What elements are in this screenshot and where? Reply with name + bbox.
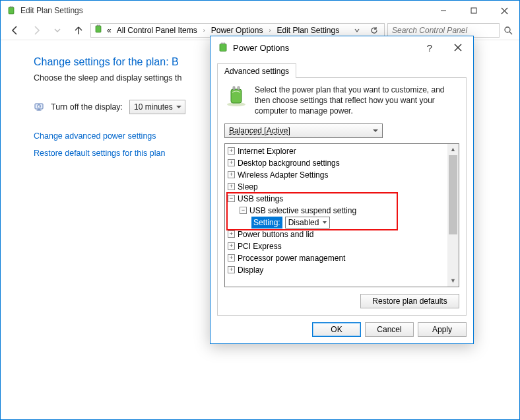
refresh-icon[interactable] [367,26,381,34]
restore-plan-defaults-button[interactable]: Restore plan defaults [360,294,459,308]
expand-icon[interactable]: + [228,254,235,262]
expand-icon[interactable]: + [228,230,235,238]
display-clock-icon [34,102,44,112]
battery-icon [224,85,248,108]
dialog-button-row: OK Cancel Apply [211,316,473,343]
cancel-button[interactable]: Cancel [365,322,414,337]
tree-item-sleep[interactable]: +Sleep [228,181,459,193]
maximize-button[interactable] [459,1,489,20]
tree-scrollbar[interactable]: ▲ ▼ [447,144,459,287]
scroll-down-icon[interactable]: ▼ [447,275,459,287]
apply-button[interactable]: Apply [418,322,467,337]
svg-rect-16 [38,110,40,110]
svg-rect-20 [224,43,225,44]
breadcrumb-item[interactable]: Power Options [210,26,265,35]
main-window-titlebar: Edit Plan Settings [1,1,519,20]
window-title: Edit Plan Settings [20,6,83,15]
svg-line-11 [509,32,512,34]
dialog-tabs: Advanced settings [211,59,473,77]
expand-icon[interactable]: + [228,242,235,250]
svg-rect-2 [12,7,13,8]
expand-icon[interactable]: + [228,159,235,166]
forward-button[interactable] [27,22,46,38]
tree-item-setting[interactable]: Setting: Disabled [228,217,459,228]
svg-rect-1 [10,7,11,8]
svg-rect-8 [97,25,98,26]
power-plan-icon [6,5,16,16]
dialog-tab-page: Select the power plan that you want to c… [217,77,467,316]
up-button[interactable] [69,22,88,38]
svg-rect-26 [238,87,240,90]
chevron-right-icon[interactable]: › [267,27,273,34]
history-dropdown-icon[interactable] [350,28,364,33]
tab-advanced-settings[interactable]: Advanced settings [217,63,296,78]
settings-tree[interactable]: +Internet Explorer +Desktop background s… [224,143,459,287]
expand-icon[interactable]: + [228,266,235,273]
chevron-right-icon[interactable]: › [201,27,207,34]
turnoff-display-label: Turn off the display: [51,102,123,112]
dialog-title: Power Options [233,43,289,53]
svg-rect-25 [233,87,235,90]
dialog-titlebar: Power Options ? [211,36,473,59]
power-options-dialog: Power Options ? Advanced settings Select… [210,36,474,344]
scroll-thumb[interactable] [449,155,457,234]
svg-rect-7 [96,26,101,32]
scroll-up-icon[interactable]: ▲ [447,144,459,155]
setting-label: Setting: [251,217,282,228]
svg-rect-18 [220,44,226,52]
power-plan-icon [94,24,103,36]
tree-item-desktop-bg[interactable]: +Desktop background settings [228,157,459,169]
svg-point-10 [505,27,510,32]
power-plan-icon [217,42,229,53]
tree-item-display[interactable]: +Display [228,264,459,276]
help-button[interactable]: ? [416,38,443,57]
breadcrumb-item[interactable]: All Control Panel Items [115,26,199,35]
search-input[interactable] [391,25,496,36]
tree-item-ie[interactable]: +Internet Explorer [228,145,459,157]
recent-dropdown-icon[interactable] [48,22,67,38]
expand-icon[interactable]: + [228,183,235,190]
breadcrumb-item[interactable]: Edit Plan Settings [275,26,341,35]
svg-rect-19 [222,43,223,44]
minimize-button[interactable] [428,1,459,20]
back-button[interactable] [6,22,24,38]
dialog-description: Select the power plan that you want to c… [255,85,459,117]
expand-icon[interactable]: + [228,147,235,155]
close-button[interactable] [489,1,519,20]
tree-item-usb[interactable]: −USB settings [228,193,459,205]
dialog-close-button[interactable] [443,38,473,57]
tree-item-usb-suspend[interactable]: −USB selective suspend setting [228,205,459,217]
collapse-icon[interactable]: − [240,207,247,214]
tree-item-processor[interactable]: +Processor power management [228,252,459,264]
setting-value-combo[interactable]: Disabled [285,217,331,228]
power-plan-combo[interactable]: Balanced [Active] [224,123,383,138]
svg-rect-0 [9,7,14,14]
breadcrumb-overflow[interactable]: « [106,26,113,35]
turnoff-display-combo[interactable]: 10 minutes [129,100,185,114]
collapse-icon[interactable]: − [228,195,235,202]
expand-icon[interactable]: + [228,171,235,178]
svg-rect-17 [37,110,42,111]
search-icon[interactable] [502,26,514,35]
tree-item-wireless[interactable]: +Wireless Adapter Settings [228,169,459,181]
svg-rect-4 [471,8,476,13]
ok-button[interactable]: OK [312,322,361,337]
tree-item-power-buttons[interactable]: +Power buttons and lid [228,228,459,240]
svg-rect-9 [99,25,100,26]
tree-item-pci-express[interactable]: +PCI Express [228,240,459,252]
